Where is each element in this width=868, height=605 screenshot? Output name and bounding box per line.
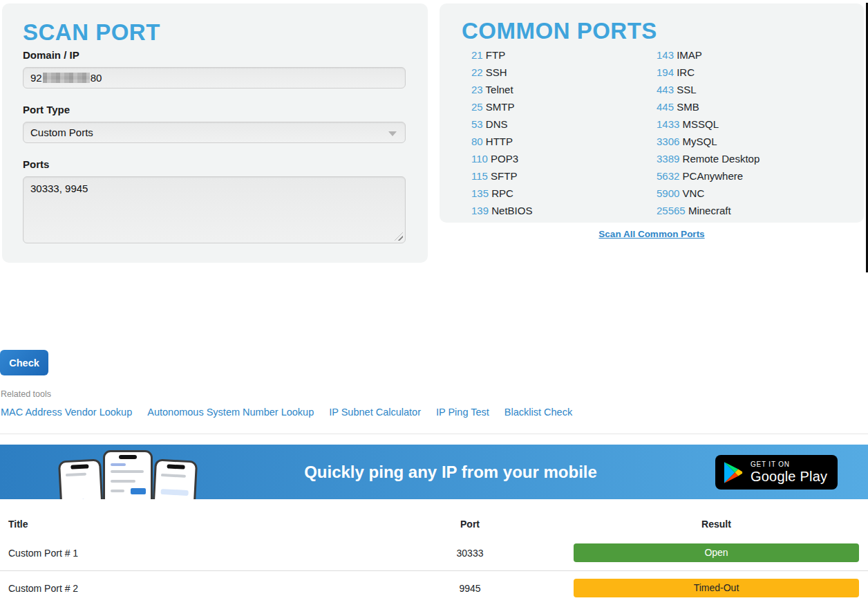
- common-ports-right-column: 143 IMAP194 IRC443 SSL445 SMB1433 MSSQL3…: [648, 46, 760, 219]
- mini-button: [131, 488, 146, 494]
- app-screenshots-image: [59, 450, 204, 499]
- result-status-badge: Open: [574, 543, 859, 562]
- results-table-body: Custom Port # 130333OpenCustom Port # 29…: [0, 536, 868, 605]
- port-name: SFTP: [491, 170, 517, 182]
- port-name: Telnet: [486, 84, 513, 95]
- related-tools-links: MAC Address Vendor LookupAutonomous Syst…: [1, 407, 572, 418]
- port-name: FTP: [486, 49, 505, 61]
- google-play-label: Google Play: [751, 469, 827, 484]
- port-number: 443: [657, 84, 674, 95]
- common-port-item[interactable]: 25 SMTP: [471, 98, 648, 115]
- google-play-badge[interactable]: GET IT ON Google Play: [715, 455, 838, 490]
- common-port-item[interactable]: 53 DNS: [471, 115, 648, 133]
- port-number: 445: [657, 101, 674, 113]
- promo-banner: Quickly ping any IP from your mobile GET…: [0, 445, 868, 499]
- mini-pill-list: [160, 489, 189, 499]
- common-port-item[interactable]: 135 RPC: [471, 185, 648, 202]
- port-number: 22: [471, 66, 483, 78]
- related-tool-link[interactable]: IP Subnet Calculator: [329, 407, 421, 418]
- port-type-selected-value: Custom Ports: [30, 127, 93, 138]
- port-type-label: Port Type: [23, 104, 407, 115]
- related-tool-link[interactable]: Autonomous System Number Lookup: [147, 407, 314, 418]
- domain-ip-value-suffix: 80: [91, 72, 102, 84]
- port-name: RPC: [491, 187, 513, 199]
- port-name: IRC: [677, 66, 695, 78]
- redacted-ip-segment: [43, 73, 90, 83]
- common-port-item[interactable]: 143 IMAP: [657, 46, 760, 64]
- common-port-item[interactable]: 194 IRC: [657, 64, 760, 81]
- common-port-item[interactable]: 22 SSH: [471, 64, 648, 81]
- port-number: 143: [657, 49, 674, 61]
- ports-textarea[interactable]: 30333, 9945: [23, 176, 406, 243]
- scan-all-common-ports-link[interactable]: Scan All Common Ports: [440, 229, 864, 239]
- common-port-item[interactable]: 3389 Remote Desktop: [657, 150, 760, 167]
- port-name: MSSQL: [683, 118, 719, 130]
- port-number: 25: [471, 101, 483, 113]
- port-number: 139: [471, 205, 489, 216]
- common-port-item[interactable]: 5900 VNC: [657, 185, 760, 202]
- port-number: 3306: [657, 136, 679, 147]
- phone-notch: [119, 455, 137, 459]
- ports-label: Ports: [23, 158, 407, 170]
- resize-handle-icon[interactable]: [395, 232, 403, 241]
- port-name: HTTP: [486, 136, 513, 147]
- related-tool-link[interactable]: MAC Address Vendor Lookup: [1, 407, 132, 418]
- port-name: NetBIOS: [491, 205, 532, 216]
- check-button[interactable]: Check: [0, 350, 48, 375]
- common-port-item[interactable]: 25565 Minecraft: [657, 202, 760, 219]
- port-number: 21: [471, 49, 483, 61]
- common-port-item[interactable]: 23 Telnet: [471, 81, 648, 98]
- port-number: 115: [471, 170, 488, 182]
- port-name: SMB: [677, 101, 699, 113]
- port-name: PCAnywhere: [683, 170, 744, 182]
- port-name: Minecraft: [688, 205, 731, 216]
- phone-notch: [70, 464, 88, 469]
- related-tool-link[interactable]: IP Ping Test: [436, 407, 489, 418]
- port-number: 5632: [657, 170, 679, 182]
- ports-value: 30333, 9945: [30, 183, 88, 194]
- port-number: 194: [657, 66, 674, 78]
- common-port-item[interactable]: 3306 MySQL: [657, 133, 760, 150]
- table-row: Custom Port # 29945Timed-Out: [0, 570, 868, 605]
- common-port-item[interactable]: 21 FTP: [471, 46, 648, 64]
- result-port-cell: 30333: [415, 548, 525, 559]
- port-name: SSL: [677, 84, 696, 95]
- related-tools-heading: Related tools: [1, 389, 51, 399]
- common-port-item[interactable]: 115 SFTP: [471, 167, 648, 185]
- port-name: SSH: [486, 66, 507, 78]
- common-port-item[interactable]: 445 SMB: [657, 98, 760, 115]
- phone-mockup: [151, 458, 198, 499]
- domain-ip-input[interactable]: 9280: [23, 67, 406, 89]
- port-number: 5900: [657, 187, 679, 199]
- result-title-cell: Custom Port # 2: [8, 583, 78, 594]
- phone-mockup: [103, 450, 153, 499]
- phone-mockup: [58, 458, 105, 499]
- google-play-get-it-on: GET IT ON: [751, 460, 827, 469]
- chevron-down-icon: [388, 131, 397, 136]
- header-port: Port: [415, 519, 525, 530]
- port-number: 53: [471, 118, 483, 130]
- common-port-item[interactable]: 443 SSL: [657, 81, 760, 98]
- port-number: 3389: [657, 153, 679, 165]
- common-port-item[interactable]: 5632 PCAnywhere: [657, 167, 760, 185]
- common-port-item[interactable]: 110 POP3: [471, 150, 648, 167]
- port-name: SMTP: [486, 101, 515, 113]
- common-port-item[interactable]: 1433 MSSQL: [657, 115, 760, 133]
- results-table: Title Port Result Custom Port # 130333Op…: [0, 508, 868, 605]
- common-ports-title: COMMON PORTS: [462, 16, 842, 46]
- header-title: Title: [8, 519, 28, 530]
- scan-port-title: SCAN PORT: [23, 17, 407, 48]
- section-divider: [0, 434, 868, 434]
- scan-port-panel: SCAN PORT Domain / IP 9280 Port Type Cus…: [2, 3, 428, 263]
- port-name: IMAP: [677, 49, 702, 61]
- domain-ip-value-prefix: 92: [30, 72, 42, 84]
- common-ports-list: 21 FTP22 SSH23 Telnet25 SMTP53 DNS80 HTT…: [462, 46, 842, 219]
- common-port-item[interactable]: 139 NetBIOS: [471, 202, 648, 219]
- port-type-select[interactable]: Custom Ports: [23, 122, 406, 143]
- port-number: 80: [471, 136, 483, 147]
- related-tool-link[interactable]: Blacklist Check: [504, 407, 572, 418]
- phone-notch: [167, 464, 185, 469]
- port-number: 1433: [657, 118, 679, 130]
- common-port-item[interactable]: 80 HTTP: [471, 133, 648, 150]
- result-title-cell: Custom Port # 1: [8, 548, 78, 559]
